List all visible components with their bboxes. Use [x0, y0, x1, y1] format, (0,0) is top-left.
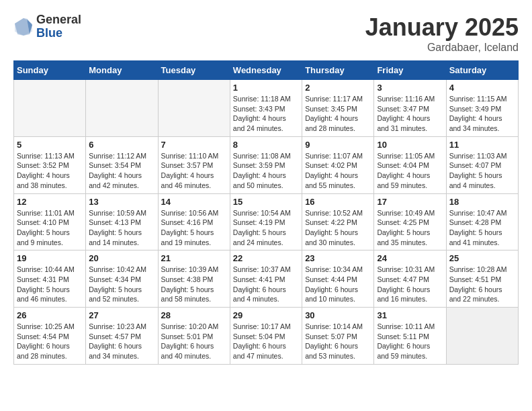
weekday-header-thursday: Thursday [302, 61, 374, 80]
day-info: Sunrise: 11:12 AMSunset: 3:54 PMDaylight… [89, 151, 154, 191]
calendar-cell [14, 80, 86, 137]
day-info: Sunrise: 10:54 AMSunset: 4:19 PMDaylight… [233, 208, 299, 248]
day-info: Sunrise: 11:08 AMSunset: 3:59 PMDaylight… [233, 151, 299, 191]
day-info: Sunrise: 11:16 AMSunset: 3:47 PMDaylight… [377, 94, 443, 134]
calendar-cell: 1Sunrise: 11:18 AMSunset: 3:43 PMDayligh… [230, 80, 302, 137]
weekday-header-row: SundayMondayTuesdayWednesdayThursdayFrid… [14, 61, 519, 80]
day-info: Sunrise: 10:37 AMSunset: 4:41 PMDaylight… [233, 265, 299, 304]
calendar-cell: 11Sunrise: 11:03 AMSunset: 4:07 PMDaylig… [446, 136, 518, 193]
calendar-cell: 28Sunrise: 10:20 AMSunset: 5:01 PMDaylig… [158, 308, 230, 365]
day-number: 17 [377, 197, 443, 207]
logo: General Blue [13, 13, 81, 40]
calendar-cell: 15Sunrise: 10:54 AMSunset: 4:19 PMDaylig… [230, 193, 302, 250]
day-info: Sunrise: 10:39 AMSunset: 4:38 PMDaylight… [161, 265, 227, 304]
day-number: 7 [161, 140, 227, 150]
weekday-header-saturday: Saturday [446, 61, 518, 80]
calendar-cell: 22Sunrise: 10:37 AMSunset: 4:41 PMDaylig… [230, 250, 302, 308]
calendar-cell: 12Sunrise: 11:01 AMSunset: 4:10 PMDaylig… [14, 193, 86, 250]
day-number: 10 [377, 140, 443, 150]
calendar-cell: 8Sunrise: 11:08 AMSunset: 3:59 PMDayligh… [230, 136, 302, 193]
day-number: 5 [17, 140, 83, 150]
calendar-cell: 13Sunrise: 10:59 AMSunset: 4:13 PMDaylig… [86, 193, 158, 250]
weekday-header-monday: Monday [86, 61, 158, 80]
day-number: 23 [305, 253, 371, 263]
day-number: 16 [305, 197, 371, 207]
day-number: 15 [233, 197, 299, 207]
day-info: Sunrise: 10:34 AMSunset: 4:44 PMDaylight… [305, 265, 371, 304]
day-info: Sunrise: 10:14 AMSunset: 5:07 PMDaylight… [305, 322, 371, 361]
calendar-cell: 24Sunrise: 10:31 AMSunset: 4:47 PMDaylig… [374, 250, 446, 308]
calendar-cell: 29Sunrise: 10:17 AMSunset: 5:04 PMDaylig… [230, 308, 302, 365]
day-info: Sunrise: 10:59 AMSunset: 4:13 PMDaylight… [89, 208, 154, 248]
calendar-table: SundayMondayTuesdayWednesdayThursdayFrid… [13, 60, 519, 365]
title-block: January 2025 Gardabaer, Iceland [365, 13, 519, 54]
day-number: 30 [305, 310, 371, 320]
calendar-cell: 9Sunrise: 11:07 AMSunset: 4:02 PMDayligh… [302, 136, 374, 193]
calendar-week-2: 5Sunrise: 11:13 AMSunset: 3:52 PMDayligh… [14, 136, 519, 193]
day-number: 27 [89, 310, 154, 320]
day-number: 22 [233, 253, 299, 263]
day-number: 8 [233, 140, 299, 150]
calendar-cell: 27Sunrise: 10:23 AMSunset: 4:57 PMDaylig… [86, 308, 158, 365]
day-number: 3 [377, 83, 443, 93]
day-info: Sunrise: 10:11 AMSunset: 5:11 PMDaylight… [377, 322, 443, 361]
logo-text: General Blue [36, 13, 81, 40]
day-number: 11 [449, 140, 515, 150]
calendar-cell: 19Sunrise: 10:44 AMSunset: 4:31 PMDaylig… [14, 250, 86, 308]
calendar-cell: 4Sunrise: 11:15 AMSunset: 3:49 PMDayligh… [446, 80, 518, 137]
logo-general: General [36, 13, 81, 27]
day-info: Sunrise: 11:15 AMSunset: 3:49 PMDaylight… [449, 94, 515, 134]
day-info: Sunrise: 10:56 AMSunset: 4:16 PMDaylight… [161, 208, 227, 248]
calendar-cell [446, 308, 518, 365]
calendar-cell: 16Sunrise: 10:52 AMSunset: 4:22 PMDaylig… [302, 193, 374, 250]
day-number: 29 [233, 310, 299, 320]
day-number: 12 [17, 197, 83, 207]
day-info: Sunrise: 11:13 AMSunset: 3:52 PMDaylight… [17, 151, 83, 191]
weekday-header-friday: Friday [374, 61, 446, 80]
calendar-cell [86, 80, 158, 137]
day-info: Sunrise: 10:20 AMSunset: 5:01 PMDaylight… [161, 322, 227, 361]
calendar-cell: 17Sunrise: 10:49 AMSunset: 4:25 PMDaylig… [374, 193, 446, 250]
day-info: Sunrise: 10:17 AMSunset: 5:04 PMDaylight… [233, 322, 299, 361]
day-number: 9 [305, 140, 371, 150]
day-info: Sunrise: 11:17 AMSunset: 3:45 PMDaylight… [305, 94, 371, 134]
calendar-cell: 2Sunrise: 11:17 AMSunset: 3:45 PMDayligh… [302, 80, 374, 137]
day-info: Sunrise: 10:47 AMSunset: 4:28 PMDaylight… [449, 208, 515, 248]
weekday-header-sunday: Sunday [14, 61, 86, 80]
calendar-cell: 26Sunrise: 10:25 AMSunset: 4:54 PMDaylig… [14, 308, 86, 365]
day-number: 24 [377, 253, 443, 263]
logo-blue: Blue [36, 27, 81, 40]
day-info: Sunrise: 11:01 AMSunset: 4:10 PMDaylight… [17, 208, 83, 248]
day-number: 26 [17, 310, 83, 320]
calendar-cell: 21Sunrise: 10:39 AMSunset: 4:38 PMDaylig… [158, 250, 230, 308]
calendar-cell: 31Sunrise: 10:11 AMSunset: 5:11 PMDaylig… [374, 308, 446, 365]
day-info: Sunrise: 11:07 AMSunset: 4:02 PMDaylight… [305, 151, 371, 191]
day-number: 14 [161, 197, 227, 207]
day-number: 28 [161, 310, 227, 320]
calendar-cell: 7Sunrise: 11:10 AMSunset: 3:57 PMDayligh… [158, 136, 230, 193]
day-info: Sunrise: 10:25 AMSunset: 4:54 PMDaylight… [17, 322, 83, 361]
day-number: 21 [161, 253, 227, 263]
calendar-cell: 25Sunrise: 10:28 AMSunset: 4:51 PMDaylig… [446, 250, 518, 308]
day-info: Sunrise: 10:49 AMSunset: 4:25 PMDaylight… [377, 208, 443, 248]
day-info: Sunrise: 10:23 AMSunset: 4:57 PMDaylight… [89, 322, 154, 361]
calendar-cell: 23Sunrise: 10:34 AMSunset: 4:44 PMDaylig… [302, 250, 374, 308]
calendar-title: January 2025 [365, 13, 519, 42]
day-number: 1 [233, 83, 299, 93]
day-number: 19 [17, 253, 83, 263]
day-number: 25 [449, 253, 515, 263]
day-number: 20 [89, 253, 154, 263]
day-info: Sunrise: 10:52 AMSunset: 4:22 PMDaylight… [305, 208, 371, 248]
calendar-cell: 18Sunrise: 10:47 AMSunset: 4:28 PMDaylig… [446, 193, 518, 250]
day-info: Sunrise: 11:05 AMSunset: 4:04 PMDaylight… [377, 151, 443, 191]
calendar-cell: 6Sunrise: 11:12 AMSunset: 3:54 PMDayligh… [86, 136, 158, 193]
day-info: Sunrise: 11:10 AMSunset: 3:57 PMDaylight… [161, 151, 227, 191]
day-number: 13 [89, 197, 154, 207]
calendar-cell: 10Sunrise: 11:05 AMSunset: 4:04 PMDaylig… [374, 136, 446, 193]
calendar-subtitle: Gardabaer, Iceland [365, 42, 519, 54]
calendar-week-4: 19Sunrise: 10:44 AMSunset: 4:31 PMDaylig… [14, 250, 519, 308]
calendar-week-3: 12Sunrise: 11:01 AMSunset: 4:10 PMDaylig… [14, 193, 519, 250]
page-header: General Blue January 2025 Gardabaer, Ice… [13, 13, 519, 54]
logo-icon [13, 17, 34, 37]
day-number: 2 [305, 83, 371, 93]
